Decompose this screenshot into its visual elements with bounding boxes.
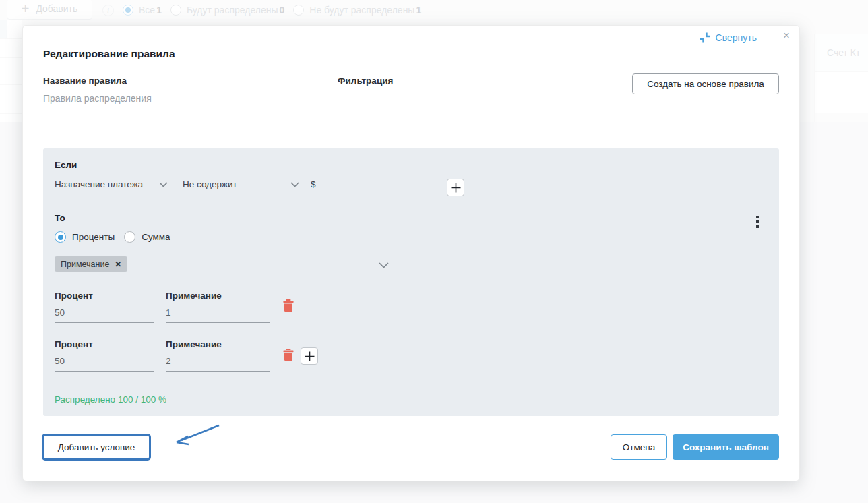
filtration-input[interactable]	[338, 92, 509, 109]
percent-label: Процент	[55, 291, 154, 301]
save-template-button[interactable]: Сохранить шаблон	[673, 434, 779, 460]
create-from-rule-button[interactable]: Создать на основе правила	[632, 73, 779, 94]
mode-percent-option[interactable]: Проценты	[55, 231, 115, 243]
note-multiselect[interactable]: Примечание ✕	[55, 256, 390, 276]
note-label: Примечание	[166, 339, 270, 349]
add-if-row-button[interactable]	[447, 179, 464, 196]
operator-select[interactable]: Не содержит	[183, 178, 301, 196]
edit-rule-modal: Свернуть × Редактирование правила Назван…	[22, 25, 800, 481]
plus-icon	[451, 183, 461, 193]
field-select-value: Назначение платежа	[55, 178, 143, 189]
chevron-down-icon	[379, 262, 389, 268]
rule-name-field: Название правила	[43, 76, 215, 109]
trash-icon	[283, 299, 294, 312]
percent-row: Процент	[55, 291, 154, 301]
collapse-icon	[699, 32, 711, 44]
radio-selected-icon	[55, 231, 66, 243]
chevron-down-icon	[159, 182, 168, 187]
note-label: Примечание	[166, 291, 270, 301]
note-col: Примечание	[166, 291, 270, 301]
chevron-down-icon	[290, 182, 299, 187]
trash-icon	[283, 349, 294, 361]
close-icon[interactable]: ×	[783, 30, 790, 41]
condition-panel: Если Назначение платежа Не содержит То	[43, 148, 779, 416]
field-select[interactable]: Назначение платежа	[55, 178, 169, 196]
percent-input[interactable]	[55, 307, 154, 323]
mode-percent-label: Проценты	[72, 232, 115, 242]
percent-input[interactable]	[55, 356, 154, 372]
note-tag-label: Примечание	[61, 260, 109, 269]
condition-value-wrap	[311, 178, 432, 196]
note-input[interactable]	[166, 307, 270, 323]
percent-row: Процент	[55, 339, 154, 349]
delete-row-button[interactable]	[283, 299, 294, 315]
radio-icon	[124, 231, 135, 243]
filtration-label: Фильтрация	[338, 76, 509, 86]
rule-name-label: Название правила	[43, 76, 215, 86]
operator-select-value: Не содержит	[183, 178, 237, 189]
plus-icon	[305, 351, 315, 361]
distributed-status: Распределено 100 / 100 %	[55, 394, 166, 405]
add-percent-row-button[interactable]	[301, 347, 318, 365]
mode-sum-option[interactable]: Сумма	[124, 231, 170, 243]
collapse-button[interactable]: Свернуть	[699, 32, 757, 44]
delete-row-button[interactable]	[283, 349, 294, 364]
distribution-mode-radios: Проценты Сумма	[55, 231, 170, 243]
note-tag-chip: Примечание ✕	[55, 256, 127, 272]
app-root: Счет Кт + Добавить i Все 1 Будут распред…	[0, 0, 868, 503]
rule-name-input[interactable]	[43, 92, 215, 109]
mode-sum-label: Сумма	[142, 232, 170, 242]
collapse-label: Свернуть	[716, 32, 757, 43]
note-col: Примечание	[166, 339, 270, 349]
remove-tag-icon[interactable]: ✕	[115, 260, 121, 269]
condition-menu-button[interactable]	[754, 216, 761, 233]
add-condition-button[interactable]: Добавить условие	[42, 434, 151, 461]
percent-label: Процент	[55, 339, 154, 349]
filtration-field: Фильтрация	[338, 76, 509, 109]
condition-value-input[interactable]	[311, 178, 432, 189]
annotation-arrow-icon	[166, 420, 233, 454]
then-label: То	[55, 213, 65, 223]
modal-title: Редактирование правила	[43, 48, 175, 60]
cancel-button[interactable]: Отмена	[611, 434, 667, 460]
if-label: Если	[55, 160, 77, 170]
note-input[interactable]	[166, 356, 270, 372]
